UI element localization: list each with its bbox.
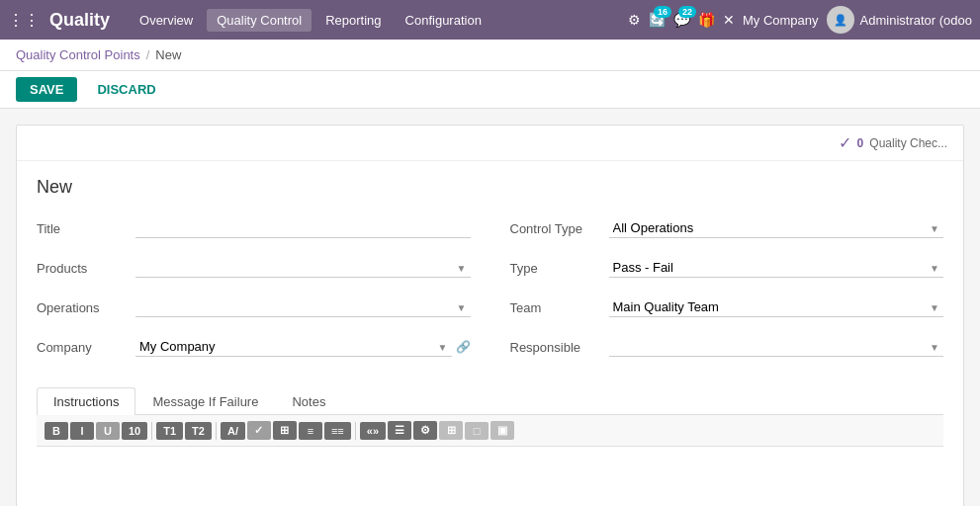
breadcrumb-separator: / [146,47,150,62]
navbar-right: ⚙ 🔄 16 💬 22 🎁 ✕ My Company 👤 Administrat… [628,6,972,34]
settings-icon[interactable]: ⚙ [628,12,641,28]
company-select[interactable]: My Company [135,337,452,357]
editor-area[interactable] [37,447,943,506]
products-select-wrap: ▼ [135,258,471,278]
company-field-group: Company My Company ▼ 🔗 [37,332,471,362]
toolbar-btn-list2[interactable]: ≡≡ [324,422,351,440]
gift-icon[interactable]: 🎁 [698,12,715,28]
tabs-nav: Instructions Message If Failure Notes [37,387,943,415]
type-field-group: Type Pass - Fail ▼ [510,253,944,283]
nav-reporting[interactable]: Reporting [315,9,391,32]
toolbar-btn-table[interactable]: ⊞ [273,421,297,440]
company-select-wrap: My Company ▼ [135,337,452,357]
nav-configuration[interactable]: Configuration [396,9,491,32]
responsible-select[interactable] [609,337,944,357]
control-type-field-group: Control Type All Operations ▼ [510,213,944,243]
responsible-field-group: Responsible ▼ [510,332,944,362]
breadcrumb-current: New [155,47,181,62]
toolbar-divider-3 [355,422,356,440]
toolbar-divider-2 [216,422,217,440]
team-select[interactable]: Main Quality Team [609,297,944,317]
right-fields: Control Type All Operations ▼ Type [510,213,944,372]
user-menu[interactable]: 👤 Administrator (odoo [827,6,972,34]
control-type-select[interactable]: All Operations [609,218,944,238]
toolbar-btn-quote[interactable]: «» [360,422,386,440]
company-name: My Company [743,13,819,28]
quality-checks-label: Quality Chec... [869,136,947,150]
navbar: ⋮⋮ Quality Overview Quality Control Repo… [0,0,980,40]
main-content: ✓ 0 Quality Chec... New Title Products [0,109,980,506]
chat-icon[interactable]: 💬 22 [673,12,690,28]
action-bar: SAVE DISCARD [0,71,980,109]
editor-toolbar: B I U 10 T1 T2 A/ ✓ ⊞ ≡ ≡≡ «» ☰ ⚙ [37,415,943,447]
toolbar-btn-box[interactable]: □ [465,422,489,440]
toolbar-btn-font-size[interactable]: 10 [122,422,147,440]
team-field-group: Team Main Quality Team ▼ [510,293,944,322]
toolbar-btn-list1[interactable]: ≡ [299,422,322,440]
toolbar-btn-heading2[interactable]: T2 [185,422,212,440]
responsible-select-wrap: ▼ [609,337,944,357]
team-select-wrap: Main Quality Team ▼ [609,297,944,317]
form-body: New Title Products ▼ [17,161,963,506]
discard-button[interactable]: DISCARD [87,77,165,102]
refresh-badge: 16 [654,6,671,18]
close-icon[interactable]: ✕ [723,12,735,28]
left-fields: Title Products ▼ Operations [37,213,471,372]
quality-checks-count: 0 [857,136,864,150]
products-field-group: Products ▼ [37,253,471,283]
check-icon: ✓ [839,133,851,152]
tab-message-if-failure[interactable]: Message If Failure [135,387,275,415]
save-button[interactable]: SAVE [16,77,77,102]
toolbar-btn-bold[interactable]: B [45,422,68,440]
tab-instructions[interactable]: Instructions [37,387,135,415]
toolbar-btn-grid[interactable]: ⊞ [439,421,463,440]
operations-select[interactable] [135,297,471,317]
quality-checks-stat[interactable]: ✓ 0 Quality Chec... [839,133,947,152]
tabs-section: Instructions Message If Failure Notes B … [37,387,943,506]
products-label: Products [37,261,135,276]
products-select[interactable] [135,258,471,278]
toolbar-btn-check[interactable]: ✓ [247,421,271,440]
type-label: Type [510,261,609,276]
nav-menu: Overview Quality Control Reporting Confi… [130,9,628,32]
toolbar-btn-format[interactable]: A/ [221,422,245,440]
toolbar-btn-underline[interactable]: U [96,422,120,440]
operations-field-group: Operations ▼ [37,293,471,322]
operations-label: Operations [37,300,135,315]
tab-notes[interactable]: Notes [275,387,342,415]
nav-overview[interactable]: Overview [130,9,203,32]
toolbar-btn-align[interactable]: ☰ [388,421,411,440]
user-avatar: 👤 [827,6,854,34]
form-card: ✓ 0 Quality Chec... New Title Products [16,125,964,506]
company-label: Company [37,340,135,355]
title-field-group: Title [37,213,471,243]
operations-select-wrap: ▼ [135,297,471,317]
type-select-wrap: Pass - Fail ▼ [609,258,944,278]
refresh-icon[interactable]: 🔄 16 [649,12,666,28]
title-input[interactable] [135,218,471,238]
grid-icon[interactable]: ⋮⋮ [8,11,40,30]
toolbar-btn-settings[interactable]: ⚙ [413,421,437,440]
chat-badge: 22 [678,6,696,18]
title-label: Title [37,221,135,236]
breadcrumb-parent[interactable]: Quality Control Points [16,47,140,62]
form-fields: Title Products ▼ Operations [37,213,943,372]
toolbar-divider-1 [151,422,152,440]
toolbar-btn-italic[interactable]: I [70,422,94,440]
type-select[interactable]: Pass - Fail [609,258,944,278]
team-label: Team [510,300,609,315]
stat-bar: ✓ 0 Quality Chec... [17,126,963,161]
responsible-label: Responsible [510,340,609,355]
form-title-section: New [37,177,943,198]
control-type-select-wrap: All Operations ▼ [609,218,944,238]
company-external-link-icon[interactable]: 🔗 [456,340,471,354]
toolbar-btn-image[interactable]: ▣ [490,421,514,440]
toolbar-btn-heading1[interactable]: T1 [156,422,183,440]
record-title: New [37,177,943,198]
breadcrumb: Quality Control Points / New [0,40,980,71]
control-type-label: Control Type [510,221,609,236]
app-name: Quality [49,10,110,31]
nav-quality-control[interactable]: Quality Control [207,9,312,32]
user-name: Administrator (odoo [860,13,972,28]
